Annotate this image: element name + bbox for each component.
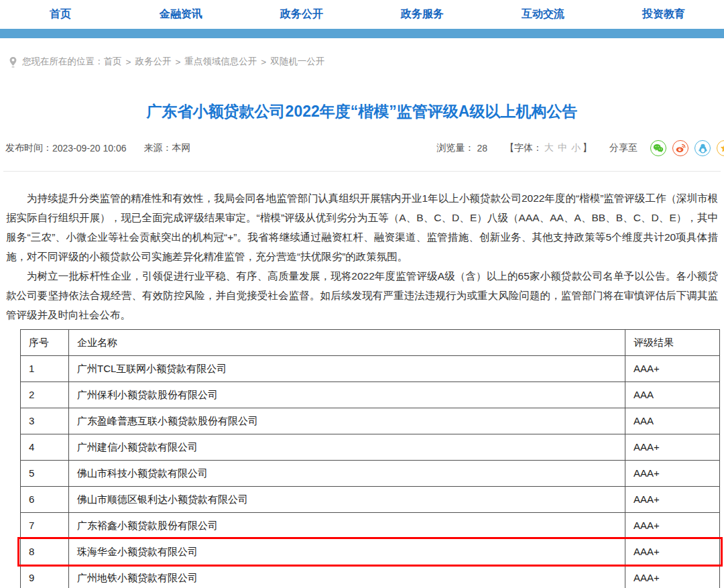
share-wechat-button[interactable] xyxy=(650,140,666,156)
breadcrumb-prefix: 您现在所在的位置： xyxy=(22,56,104,68)
cell-company: 广州地铁小额贷款有限公司 xyxy=(69,565,625,588)
article: 广东省小额贷款公司2022年度“楷模”监管评级A级以上机构公告 发布时间： 20… xyxy=(0,101,724,588)
cell-company: 佛山市顺德区银利达小额贷款有限公司 xyxy=(69,487,625,512)
font-size-control: 【字体：大中小】 xyxy=(505,142,592,154)
table-row: 4 广州建信小额贷款有限公司 AAA+ xyxy=(21,434,719,460)
header-cell-company: 企业名称 xyxy=(69,330,625,355)
nav-item-gov-disclosure[interactable]: 政务公开 xyxy=(241,7,362,21)
publish-time-label: 发布时间： xyxy=(5,142,52,154)
breadcrumb-gov-disclosure[interactable]: 政务公开 xyxy=(135,56,171,68)
wechat-icon xyxy=(653,143,664,153)
table-row: 3 广东盈峰普惠互联小额贷款股份有限公司 AAA xyxy=(21,408,719,434)
header-cell-no: 序号 xyxy=(21,330,69,355)
table-row-highlighted: 8 珠海华金小额贷款有限公司 AAA+ xyxy=(21,538,719,565)
font-size-medium-button[interactable]: 中 xyxy=(558,142,567,153)
cell-rating: AAA+ xyxy=(625,565,719,588)
nav-item-gov-services[interactable]: 政务服务 xyxy=(362,7,483,21)
article-meta-left: 发布时间： 2023-09-20 10:06 来源： 本网 xyxy=(5,142,191,154)
cell-no: 6 xyxy=(21,487,69,512)
views-count: 28 xyxy=(477,143,487,154)
weibo-icon xyxy=(676,143,686,153)
table-row: 6 佛山市顺德区银利达小额贷款有限公司 AAA+ xyxy=(21,486,719,512)
font-size-large-button[interactable]: 大 xyxy=(544,142,554,153)
paragraph: 为持续提升分类监管的精准性和有效性，我局会同各地监管部门认真组织开展辖内开业1年… xyxy=(6,188,718,266)
table-row: 9 广州地铁小额贷款有限公司 AAA+ xyxy=(21,565,719,588)
nav-item-interaction[interactable]: 互动交流 xyxy=(483,7,603,21)
font-size-small-button[interactable]: 小 xyxy=(571,142,581,153)
cell-rating: AAA+ xyxy=(625,513,719,538)
qq-icon xyxy=(699,143,707,154)
nav-item-investor-education[interactable]: 投资教育 xyxy=(603,7,724,21)
page-title: 广东省小额贷款公司2022年度“楷模”监管评级A级以上机构公告 xyxy=(40,101,684,122)
table-row: 5 佛山市科技小额贷款有限公司 AAA+ xyxy=(21,460,719,486)
breadcrumb: 您现在所在的位置： 首页 > 政务公开 > 重点领域信息公开 > 双随机一公开 xyxy=(9,55,724,68)
cell-rating: AAA+ xyxy=(625,539,719,565)
source-value: 本网 xyxy=(172,142,191,154)
location-pin-icon xyxy=(9,56,17,68)
breadcrumb-double-random[interactable]: 双随机一公开 xyxy=(270,56,324,68)
table-row: 7 广东裕鑫小额贷款股份有限公司 AAA+ xyxy=(21,512,719,538)
cell-rating: AAA+ xyxy=(625,356,719,381)
paragraph: 为树立一批标杆性企业，引领促进行业平稳、有序、高质量发展，现将2022年度监管评… xyxy=(6,266,718,325)
cell-company: 广州建信小额贷款有限公司 xyxy=(69,434,625,460)
font-size-prefix: 【字体： xyxy=(505,142,542,153)
cell-company: 佛山市科技小额贷款有限公司 xyxy=(69,461,625,486)
cell-company: 广州保利小额贷款股份有限公司 xyxy=(69,382,625,408)
nav-item-finance-news[interactable]: 金融资讯 xyxy=(121,7,241,21)
source-label: 来源： xyxy=(144,142,172,154)
table-row: 2 广州保利小额贷款股份有限公司 AAA xyxy=(21,381,719,408)
cell-no: 4 xyxy=(21,434,69,460)
cell-no: 8 xyxy=(21,539,69,565)
article-body: 为持续提升分类监管的精准性和有效性，我局会同各地监管部门认真组织开展辖内开业1年… xyxy=(6,188,718,325)
cell-no: 5 xyxy=(21,461,69,486)
cell-company: 广州TCL互联网小额贷款有限公司 xyxy=(69,356,625,381)
cell-no: 1 xyxy=(21,356,69,381)
nav-item-home[interactable]: 首页 xyxy=(0,7,121,21)
cell-rating: AAA+ xyxy=(625,461,719,486)
cell-rating: AAA+ xyxy=(625,487,719,512)
cell-company: 广东盈峰普惠互联小额贷款股份有限公司 xyxy=(69,408,625,434)
table-header-row: 序号 企业名称 评级结果 xyxy=(21,330,719,355)
font-size-suffix: 】 xyxy=(583,142,592,153)
cell-no: 2 xyxy=(21,382,69,408)
breadcrumb-separator: > xyxy=(261,57,266,67)
cell-rating: AAA xyxy=(625,408,719,434)
article-meta-row: 发布时间： 2023-09-20 10:06 来源： 本网 浏览量： 28 【字… xyxy=(5,139,724,157)
header-cell-rating: 评级结果 xyxy=(625,330,719,355)
qzone-star-icon xyxy=(720,143,724,153)
breadcrumb-home[interactable]: 首页 xyxy=(104,56,122,68)
share-qq-button[interactable] xyxy=(695,140,711,156)
nav-accent-bar xyxy=(0,29,724,38)
cell-no: 9 xyxy=(21,565,69,588)
cell-no: 3 xyxy=(21,408,69,434)
breadcrumb-key-info-disclosure[interactable]: 重点领域信息公开 xyxy=(184,56,257,68)
top-nav: 首页 金融资讯 政务公开 政务服务 互动交流 投资教育 xyxy=(0,0,724,29)
cell-rating: AAA+ xyxy=(625,434,719,460)
cell-rating: AAA xyxy=(625,382,719,408)
rating-table: 序号 企业名称 评级结果 1 广州TCL互联网小额贷款有限公司 AAA+ 2 广… xyxy=(20,329,720,588)
breadcrumb-separator: > xyxy=(175,57,180,67)
share-qzone-button[interactable] xyxy=(717,140,724,156)
table-row: 1 广州TCL互联网小额贷款有限公司 AAA+ xyxy=(21,355,719,381)
share-weibo-button[interactable] xyxy=(672,140,688,156)
meta-divider xyxy=(3,171,721,172)
share-label: 分享至 xyxy=(609,142,638,154)
article-meta-right: 浏览量： 28 【字体：大中小】 分享至 xyxy=(436,140,724,156)
cell-company: 珠海华金小额贷款有限公司 xyxy=(69,539,625,565)
share-icons xyxy=(644,140,724,156)
cell-company: 广东裕鑫小额贷款股份有限公司 xyxy=(69,513,625,538)
cell-no: 7 xyxy=(21,513,69,538)
publish-time-value: 2023-09-20 10:06 xyxy=(52,143,127,154)
breadcrumb-separator: > xyxy=(126,57,131,67)
views-label: 浏览量： xyxy=(436,142,474,154)
